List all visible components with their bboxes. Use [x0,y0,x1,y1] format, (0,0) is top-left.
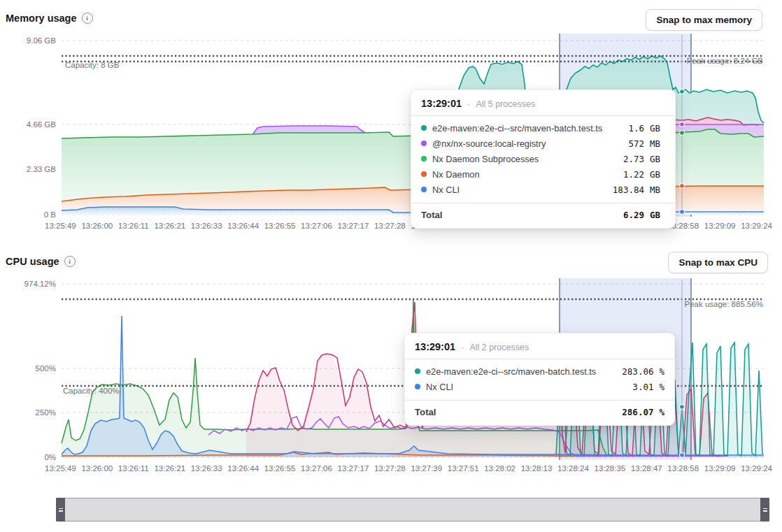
brush-handle-grip [763,508,767,510]
process-unit: % [659,382,664,392]
cpu-x-axis: 13:25:4913:26:0013:26:1113:26:2113:26:33… [45,464,772,473]
time-range-brush[interactable] [56,498,769,522]
cpu-xtick: 13:28:47 [631,464,662,473]
memory-capacity-label: Capacity: 8 GB [65,60,119,70]
series-dot-orange [421,171,427,177]
series-dot-blue [421,187,427,192]
memory-ytick-3: 0 B [13,210,56,220]
process-unit: GB [650,154,665,164]
tooltip-time: 13:29:01 [415,341,455,352]
cpu-title-text: CPU usage [6,256,59,267]
process-name: Nx CLI [432,185,605,195]
brush-handle-grip [763,510,767,512]
memory-title-text: Memory usage [6,13,77,24]
cpu-xtick: 13:28:35 [594,464,625,473]
process-value: 2.73 [611,154,644,164]
profiler-app: Memory usage i Snap to max memory 9.06 G… [0,0,782,532]
brush-handle-grip [59,508,63,510]
tooltip-time: 13:29:01 [421,98,462,109]
tooltip-total-row: Total 286.07 % [405,400,674,425]
memory-ytick-1: 4.66 GB [13,120,56,129]
tooltip-row: e2e-maven:e2e-ci--src/maven-batch.test.t… [415,364,664,379]
total-value: 286.07 [620,407,653,417]
memory-tooltip-header: 13:29:01 · All 5 processes [411,90,675,115]
memory-xtick: 13:26:33 [191,222,222,230]
process-unit: MB [650,138,665,149]
process-value: 572 [611,138,644,149]
memory-ytick-0: 9.06 GB [13,36,56,45]
tooltip-total-row: Total 6.29 GB [411,203,675,228]
brush-handle-grip [59,510,63,512]
cpu-xtick: 13:29:24 [741,464,772,473]
tooltip-separator: · [467,99,470,109]
memory-peak-label: Peak usage: 8.24 GB [687,56,763,66]
total-value: 6.29 [611,210,644,220]
cpu-xtick: 13:29:09 [704,464,736,473]
brush-handle-left[interactable] [56,498,65,522]
snap-to-max-cpu-button[interactable]: Snap to max CPU [668,252,768,273]
memory-ytick-2: 2.33 GB [13,164,56,174]
tooltip-row: Nx Daemon 1.22 GB [421,166,665,182]
cpu-xtick: 13:26:00 [81,464,113,473]
process-unit: GB [650,123,665,134]
cpu-xtick: 13:28:02 [484,464,516,473]
cpu-xtick: 13:27:39 [411,464,442,473]
cpu-xtick: 13:25:49 [45,464,76,473]
memory-xtick: 13:27:06 [301,222,332,230]
process-name: e2e-maven:e2e-ci--src/maven-batch.test.t… [426,366,614,377]
process-unit: % [659,366,664,377]
total-unit: GB [650,210,665,220]
cpu-xtick: 13:27:06 [301,464,332,473]
cpu-tooltip-rows: e2e-maven:e2e-ci--src/maven-batch.test.t… [405,359,674,398]
process-value: 183.84 [611,185,644,195]
memory-xtick: 13:26:55 [264,222,296,230]
memory-xtick: 13:26:11 [118,222,149,230]
total-unit: % [659,407,664,417]
memory-tooltip: 13:29:01 · All 5 processes e2e-maven:e2e… [411,89,676,229]
series-dot-teal [421,125,427,131]
memory-xtick: 13:27:28 [374,222,406,230]
tooltip-separator: · [461,342,464,352]
process-unit: MB [650,185,665,195]
memory-xtick: 13:26:21 [154,222,185,230]
cpu-xtick: 13:26:55 [264,464,296,473]
process-name: Nx CLI [426,382,614,392]
cpu-ytick-0: 974.12% [13,279,56,289]
process-value: 1.6 [611,123,644,134]
cpu-xtick: 13:26:21 [154,464,185,473]
total-label: Total [421,210,605,220]
memory-info-icon[interactable]: i [82,13,93,24]
cpu-xtick: 13:28:13 [521,464,553,473]
process-unit: GB [650,169,665,180]
memory-xtick: 13:26:00 [81,222,113,230]
cpu-ytick-2: 250% [13,408,56,417]
brush-handle-right[interactable] [760,498,769,522]
cpu-xtick: 13:28:24 [557,464,589,473]
process-value: 283.06 [620,366,653,377]
memory-xtick: 13:29:09 [704,222,736,230]
process-value: 3.01 [620,382,653,392]
cpu-xtick: 13:27:17 [338,464,369,473]
tooltip-subtitle: All 2 processes [469,343,529,352]
snap-to-max-memory-button[interactable]: Snap to max memory [646,9,762,31]
process-name: Nx Daemon [432,169,605,180]
memory-xtick: 13:29:24 [741,222,772,230]
cpu-xtick: 13:27:28 [374,464,406,473]
memory-tooltip-rows: e2e-maven:e2e-ci--src/maven-batch.test.t… [411,116,675,201]
charts-canvas [0,0,782,532]
cpu-xtick: 13:27:51 [448,464,479,473]
cpu-info-icon[interactable]: i [64,256,76,267]
cpu-capacity-label: Capacity: 400% [63,386,120,396]
memory-xtick: 13:27:17 [338,222,369,230]
cpu-xtick: 13:26:33 [191,464,222,473]
tooltip-subtitle: All 5 processes [476,99,535,109]
cpu-tooltip-header: 13:29:01 · All 2 processes [405,333,674,359]
cpu-tooltip: 13:29:01 · All 2 processes e2e-maven:e2e… [404,333,675,426]
cpu-peak-label: Peak usage: 885.56% [684,299,763,309]
cpu-xtick: 13:26:44 [227,464,259,473]
tooltip-row: Nx CLI 3.01 % [415,379,664,394]
tooltip-row: e2e-maven:e2e-ci--src/maven-batch.test.t… [421,120,665,136]
cpu-xtick: 13:28:58 [667,464,699,473]
process-value: 1.22 [611,169,644,180]
process-name: @nx/nx-source:local-registry [432,138,605,149]
